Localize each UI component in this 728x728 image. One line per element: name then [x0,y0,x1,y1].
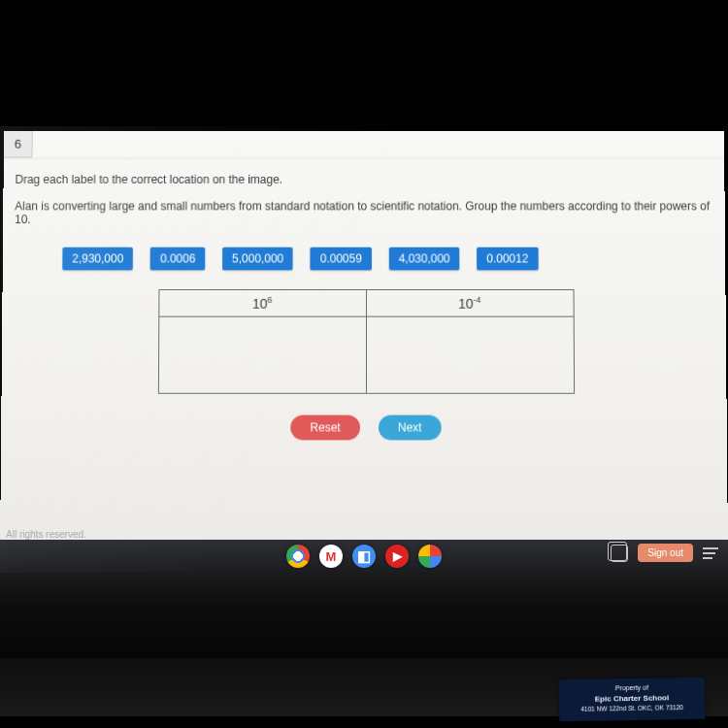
menu-icon[interactable] [703,547,718,559]
photo-root: 6 Drag each label to the correct locatio… [0,0,728,728]
laptop-bezel [0,573,728,660]
next-button[interactable]: Next [379,415,442,441]
button-row: Reset Next [13,415,719,441]
sign-out-button[interactable]: Sign out [638,544,693,562]
sorting-table: 106 10-4 [157,289,574,394]
gmail-icon[interactable]: M [319,545,343,568]
drag-label[interactable]: 4,030,000 [389,248,460,271]
column-header-10e6: 106 [158,290,366,317]
property-sticker: Property of Epic Charter School 4101 NW … [559,678,706,721]
divider [4,157,724,159]
question-content: Drag each label to the correct location … [13,173,719,440]
drag-label[interactable]: 5,000,000 [222,248,293,271]
os-taskbar: M ◧ ▶ Sign out [0,540,728,573]
drop-zone-10e6[interactable] [158,316,366,393]
drag-label[interactable]: 0.00059 [311,248,372,271]
drag-label[interactable]: 0.00012 [477,248,538,271]
reset-button[interactable]: Reset [291,415,360,441]
column-header-10e-4: 10-4 [366,290,574,317]
instruction-primary: Drag each label to the correct location … [15,173,716,186]
instruction-secondary: Alan is converting large and small numbe… [15,200,717,226]
footer-copyright: All rights reserved. [6,529,86,540]
play-store-icon[interactable] [418,545,442,568]
drop-zone-10e-4[interactable] [366,316,574,393]
laptop-screen: 6 Drag each label to the correct locatio… [0,131,728,553]
youtube-icon[interactable]: ▶ [385,545,409,568]
drag-label[interactable]: 0.0006 [150,248,205,271]
question-tab[interactable]: 6 [4,131,33,157]
drag-label[interactable]: 2,930,000 [62,248,133,271]
chrome-icon[interactable] [286,545,310,568]
sticker-line-3: 4101 NW 122nd St. OKC, OK 73120 [565,704,699,714]
drag-labels-row: 2,930,000 0.0006 5,000,000 0.00059 4,030… [62,248,717,271]
windows-overview-icon[interactable] [611,545,628,562]
docs-icon[interactable]: ◧ [352,545,376,568]
